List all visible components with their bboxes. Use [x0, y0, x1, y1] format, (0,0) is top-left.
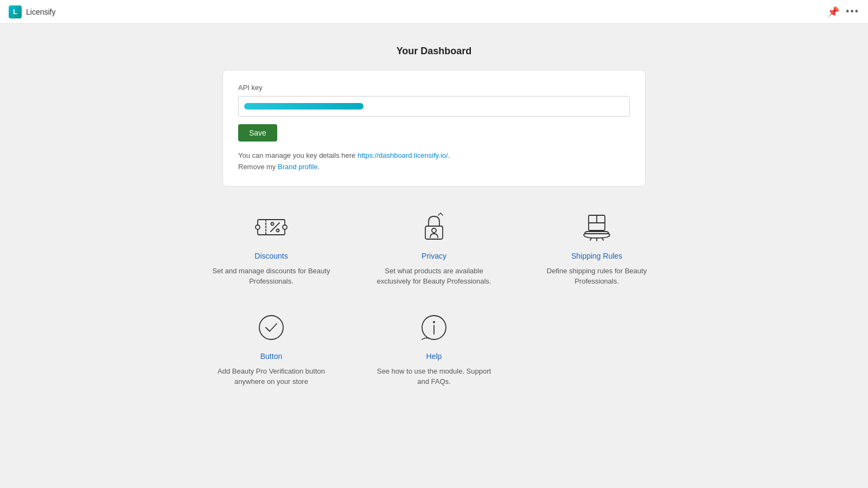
shipping-icon	[578, 208, 616, 246]
shipping-desc: Define shipping rules for Beauty Profess…	[537, 266, 656, 287]
privacy-link[interactable]: Privacy	[422, 252, 446, 260]
topbar: L Licensify 📌 •••	[0, 0, 868, 24]
remove-profile-after: .	[318, 163, 320, 171]
shipping-rules-link[interactable]: Shipping Rules	[571, 252, 622, 260]
button-desc: Add Beauty Pro Verification button anywh…	[212, 366, 331, 387]
svg-line-9	[438, 213, 441, 215]
api-info-before: You can manage you key details here	[238, 151, 358, 159]
button-verification-icon	[252, 309, 290, 346]
topbar-left: L Licensify	[9, 5, 55, 18]
feature-grid: Discounts Set and manage discounts for B…	[206, 208, 662, 387]
more-options-icon[interactable]: •••	[846, 6, 859, 17]
svg-line-14	[590, 238, 591, 240]
help-link[interactable]: Help	[426, 352, 442, 361]
pin-icon[interactable]: 📌	[827, 7, 839, 17]
help-icon	[415, 309, 453, 346]
svg-line-16	[602, 238, 603, 240]
main-content: Your Dashboard API key Save You can mana…	[0, 24, 868, 409]
discounts-desc: Set and manage discounts for Beauty Prof…	[212, 266, 331, 287]
licensify-dashboard-link[interactable]: https://dashboard.licensify.io/	[358, 151, 448, 159]
privacy-icon	[415, 208, 453, 246]
svg-point-2	[283, 225, 287, 229]
svg-point-1	[256, 225, 260, 229]
save-button[interactable]: Save	[238, 124, 277, 142]
privacy-desc: Set what products are available exclusiv…	[374, 266, 494, 287]
feature-discounts: Discounts Set and manage discounts for B…	[206, 208, 336, 287]
feature-help: Help See how to use the module. Support …	[369, 309, 499, 387]
api-info-after: .	[448, 151, 450, 159]
svg-point-8	[432, 228, 436, 233]
feature-shipping: Shipping Rules Define shipping rules for…	[532, 208, 662, 287]
discount-icon	[252, 208, 290, 246]
discounts-link[interactable]: Discounts	[254, 252, 288, 260]
button-link[interactable]: Button	[260, 352, 282, 361]
api-key-input-container[interactable]	[238, 96, 630, 117]
svg-point-19	[433, 321, 435, 323]
api-info-text: You can manage you key details here http…	[238, 150, 630, 173]
api-key-card: API key Save You can manage you key deta…	[222, 70, 646, 187]
feature-privacy: Privacy Set what products are available …	[369, 208, 499, 287]
topbar-right: 📌 •••	[827, 6, 859, 17]
page-title: Your Dashboard	[397, 46, 472, 57]
svg-rect-0	[258, 220, 285, 235]
remove-profile-before: Remove my	[238, 163, 278, 171]
svg-line-10	[441, 213, 443, 215]
logo-icon: L	[9, 5, 22, 18]
api-key-label: API key	[238, 84, 630, 92]
help-desc: See how to use the module. Support and F…	[374, 366, 494, 387]
svg-point-4	[271, 222, 274, 225]
app-title: Licensify	[26, 8, 55, 16]
api-key-bar	[244, 103, 363, 110]
brand-profile-link[interactable]: Brand profile	[278, 163, 318, 171]
svg-line-6	[271, 223, 279, 232]
svg-point-17	[259, 316, 283, 339]
feature-button: Button Add Beauty Pro Verification butto…	[206, 309, 336, 387]
svg-point-5	[277, 229, 279, 232]
